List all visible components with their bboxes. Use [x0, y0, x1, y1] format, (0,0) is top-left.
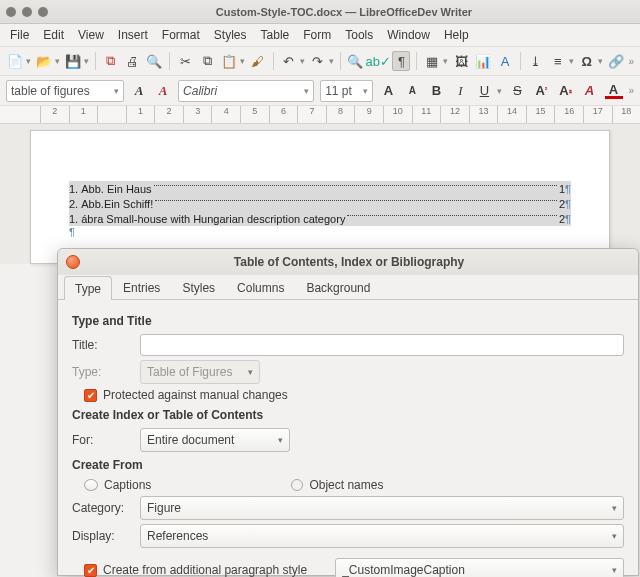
- category-select-value: Figure: [147, 501, 181, 515]
- new-doc-icon[interactable]: 📄: [6, 51, 24, 71]
- find-icon[interactable]: 🔍: [346, 51, 364, 71]
- captions-radio[interactable]: Captions: [84, 478, 151, 492]
- new-style-icon[interactable]: A: [154, 81, 172, 101]
- font-name-combo[interactable]: Calibri ▾: [178, 80, 314, 102]
- horizontal-ruler[interactable]: 21 123 456 789 101112 131415 161718: [0, 106, 640, 124]
- toc-entry[interactable]: 2. Abb.Ein Schiff! 2 ¶: [69, 196, 571, 211]
- clear-format-icon[interactable]: A: [580, 81, 598, 101]
- window-max-icon[interactable]: [38, 7, 48, 17]
- document-page[interactable]: 1. Abb. Ein Haus 1 ¶ 2. Abb.Ein Schiff! …: [30, 130, 610, 264]
- bold-button[interactable]: B: [427, 81, 445, 101]
- title-label: Title:: [72, 338, 132, 352]
- page-break-icon[interactable]: ⤓: [527, 51, 545, 71]
- dialog-close-icon[interactable]: [66, 255, 80, 269]
- menu-form[interactable]: Form: [297, 26, 337, 44]
- category-select[interactable]: Figure ▾: [140, 496, 624, 520]
- redo-icon[interactable]: ↷: [309, 51, 327, 71]
- protect-label: Protected against manual changes: [103, 388, 288, 402]
- special-char-icon[interactable]: Ω: [578, 51, 596, 71]
- textbox-icon[interactable]: A: [496, 51, 514, 71]
- menu-styles[interactable]: Styles: [208, 26, 253, 44]
- menu-table[interactable]: Table: [255, 26, 296, 44]
- tab-entries[interactable]: Entries: [112, 275, 171, 299]
- cut-icon[interactable]: ✂: [176, 51, 194, 71]
- object-names-label: Object names: [309, 478, 383, 492]
- undo-icon[interactable]: ↶: [280, 51, 298, 71]
- radio-selected-icon: [84, 479, 98, 491]
- for-label: For:: [72, 433, 132, 447]
- additional-style-label: Create from additional paragraph style: [103, 563, 307, 577]
- grow-font-icon[interactable]: A: [379, 81, 397, 101]
- menu-tools[interactable]: Tools: [339, 26, 379, 44]
- fmt-overflow-icon[interactable]: »: [629, 85, 635, 96]
- clone-format-icon[interactable]: 🖌: [249, 51, 267, 71]
- update-style-icon[interactable]: A: [130, 81, 148, 101]
- pilcrow-icon: ¶: [565, 183, 571, 195]
- menu-file[interactable]: File: [4, 26, 35, 44]
- print-icon[interactable]: 🖨: [124, 51, 142, 71]
- for-select[interactable]: Entire document ▾: [140, 428, 290, 452]
- additional-style-checkbox[interactable]: ✔ Create from additional paragraph style: [84, 563, 307, 577]
- font-size-value: 11 pt: [325, 84, 352, 98]
- paragraph-style-value: table of figures: [11, 84, 90, 98]
- paragraph-style-combo[interactable]: table of figures ▾: [6, 80, 124, 102]
- copy-icon[interactable]: ⧉: [198, 51, 216, 71]
- toc-dialog: Table of Contents, Index or Bibliography…: [57, 248, 639, 576]
- menu-insert[interactable]: Insert: [112, 26, 154, 44]
- dialog-titlebar[interactable]: Table of Contents, Index or Bibliography: [58, 249, 638, 275]
- pilcrow-icon: ¶: [69, 226, 571, 238]
- tab-background[interactable]: Background: [295, 275, 381, 299]
- menu-window[interactable]: Window: [381, 26, 436, 44]
- font-name-value: Calibri: [183, 84, 217, 98]
- display-select[interactable]: References ▾: [140, 524, 624, 548]
- underline-button[interactable]: U: [475, 81, 493, 101]
- menu-help[interactable]: Help: [438, 26, 475, 44]
- field-icon[interactable]: ≡: [549, 51, 567, 71]
- title-input[interactable]: [140, 334, 624, 356]
- toc-entry[interactable]: 1. Abb. Ein Haus 1 ¶: [69, 181, 571, 196]
- formatting-marks-icon[interactable]: ¶: [392, 51, 410, 71]
- additional-style-select[interactable]: _CustomImageCaption ▾: [335, 558, 624, 577]
- type-label: Type:: [72, 365, 132, 379]
- subscript-icon[interactable]: A₂: [556, 81, 574, 101]
- tab-styles[interactable]: Styles: [171, 275, 226, 299]
- font-color-icon[interactable]: A: [605, 83, 623, 99]
- image-icon[interactable]: 🖼: [452, 51, 470, 71]
- window-close-icon[interactable]: [6, 7, 16, 17]
- export-pdf-icon[interactable]: ⧉: [102, 51, 120, 71]
- save-icon[interactable]: 💾: [64, 51, 82, 71]
- toolbar-overflow-icon[interactable]: »: [628, 56, 634, 67]
- toc-entry-text: ábra Small-house with Hungarian descript…: [81, 213, 345, 225]
- toc-entry-number: 1.: [69, 183, 78, 195]
- section-create-index: Create Index or Table of Contents: [72, 408, 624, 422]
- tab-columns[interactable]: Columns: [226, 275, 295, 299]
- additional-style-value: _CustomImageCaption: [342, 563, 465, 577]
- tab-type[interactable]: Type: [64, 276, 112, 300]
- document-area[interactable]: 1. Abb. Ein Haus 1 ¶ 2. Abb.Ein Schiff! …: [0, 124, 640, 264]
- object-names-radio[interactable]: Object names: [291, 478, 383, 492]
- spellcheck-icon[interactable]: ab✓: [368, 51, 388, 71]
- toc-entry[interactable]: 1. ábra Small-house with Hungarian descr…: [69, 211, 571, 226]
- menu-edit[interactable]: Edit: [37, 26, 70, 44]
- open-icon[interactable]: 📂: [35, 51, 53, 71]
- window-min-icon[interactable]: [22, 7, 32, 17]
- menu-view[interactable]: View: [72, 26, 110, 44]
- category-label: Category:: [72, 501, 132, 515]
- hyperlink-icon[interactable]: 🔗: [607, 51, 625, 71]
- print-preview-icon[interactable]: 🔍: [145, 51, 163, 71]
- for-select-value: Entire document: [147, 433, 234, 447]
- superscript-icon[interactable]: A²: [532, 81, 550, 101]
- display-select-value: References: [147, 529, 208, 543]
- menu-format[interactable]: Format: [156, 26, 206, 44]
- font-size-combo[interactable]: 11 pt ▾: [320, 80, 373, 102]
- protect-checkbox[interactable]: ✔ Protected against manual changes: [84, 388, 288, 402]
- table-icon[interactable]: ▦: [423, 51, 441, 71]
- type-select: Table of Figures ▾: [140, 360, 260, 384]
- italic-button[interactable]: I: [451, 81, 469, 101]
- toc-entry-text: Abb.Ein Schiff!: [81, 198, 153, 210]
- chart-icon[interactable]: 📊: [474, 51, 492, 71]
- dialog-tabs: Type Entries Styles Columns Background: [58, 275, 638, 300]
- strike-button[interactable]: S: [508, 81, 526, 101]
- shrink-font-icon[interactable]: A: [403, 81, 421, 101]
- paste-icon[interactable]: 📋: [220, 51, 238, 71]
